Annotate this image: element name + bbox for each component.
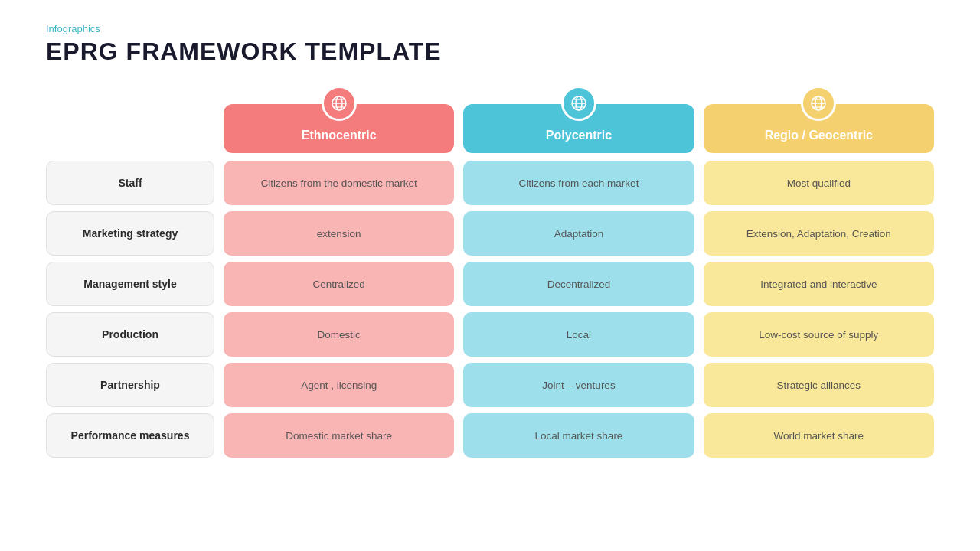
page: Infographics EPRG FRAMEWORK TEMPLATE (0, 0, 980, 551)
data-cell: Low-cost source of supply (704, 312, 934, 357)
table-row: Performance measuresDomestic market shar… (46, 413, 934, 458)
col-header-wrapper-regio: Regio / Geocentric (704, 81, 934, 153)
data-cell: Domestic market share (224, 413, 454, 458)
data-cell: Decentralized (463, 262, 694, 306)
col-header-regio: Regio / Geocentric (704, 104, 934, 153)
data-cell: Integrated and interactive (704, 262, 934, 306)
data-cell: Local (463, 312, 694, 357)
row-label-cell: Partnership (46, 363, 214, 407)
header: Infographics EPRG FRAMEWORK TEMPLATE (46, 23, 934, 66)
data-cell: Centralized (224, 262, 454, 306)
table-row: ProductionDomesticLocalLow-cost source o… (46, 312, 934, 357)
regio-icon (801, 86, 836, 121)
data-cell: Adaptation (463, 211, 694, 256)
row-label: Staff (118, 177, 142, 189)
infographics-label: Infographics (46, 23, 934, 34)
row-label: Production (102, 328, 158, 341)
polycentric-label: Polycentric (546, 129, 612, 142)
table-row: Management styleCentralizedDecentralized… (46, 262, 934, 306)
page-title: EPRG FRAMEWORK TEMPLATE (46, 37, 934, 66)
col-header-wrapper-poly: Polycentric (463, 81, 694, 153)
data-cell: Local market share (463, 413, 694, 458)
col-header-wrapper-ethno: Ethnocentric (224, 81, 454, 153)
row-label-cell: Performance measures (46, 413, 214, 458)
data-cell: World market share (704, 413, 934, 458)
table-row: Marketing strategyextensionAdaptationExt… (46, 211, 934, 256)
row-label: Management style (83, 278, 176, 290)
framework-table: Ethnocentric Polycentric (46, 81, 934, 458)
data-cell: Strategic alliances (704, 363, 934, 407)
data-cell: Most qualified (704, 161, 934, 205)
table-row: PartnershipAgent , licensingJoint – vent… (46, 363, 934, 407)
data-cell: Citizens from the domestic market (224, 161, 454, 205)
row-label-cell: Marketing strategy (46, 211, 214, 256)
row-label: Marketing strategy (83, 227, 178, 240)
row-label-cell: Management style (46, 262, 214, 306)
data-cell: Agent , licensing (224, 363, 454, 407)
data-cell: Citizens from each market (463, 161, 694, 205)
column-headers-row: Ethnocentric Polycentric (46, 81, 934, 153)
row-label: Partnership (100, 379, 160, 391)
ethnocentric-icon (322, 86, 357, 121)
data-cell: Domestic (224, 312, 454, 357)
row-label-cell: Staff (46, 161, 214, 205)
ethnocentric-label: Ethnocentric (302, 129, 377, 142)
regio-label: Regio / Geocentric (765, 129, 873, 142)
data-cell: Extension, Adaptation, Creation (704, 211, 934, 256)
row-label-cell: Production (46, 312, 214, 357)
data-cell: extension (224, 211, 454, 256)
col-header-polycentric: Polycentric (463, 104, 694, 153)
row-label: Performance measures (71, 429, 190, 442)
col-header-ethnocentric: Ethnocentric (224, 104, 454, 153)
polycentric-icon (561, 86, 596, 121)
data-rows: StaffCitizens from the domestic marketCi… (46, 161, 934, 458)
data-cell: Joint – ventures (463, 363, 694, 407)
table-row: StaffCitizens from the domestic marketCi… (46, 161, 934, 205)
